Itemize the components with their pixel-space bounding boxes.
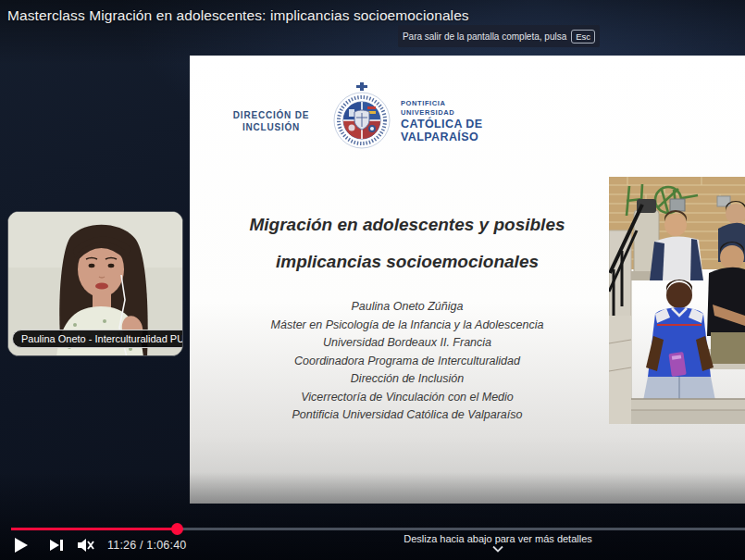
slide-title: Migración en adolescentes y posibles imp… (190, 206, 625, 280)
volume-muted-icon (77, 538, 95, 553)
wordmark-line1: PONTIFICIA (401, 100, 482, 107)
next-button[interactable] (43, 533, 70, 557)
next-icon (50, 540, 63, 551)
play-button[interactable] (0, 533, 43, 557)
slide-credit-line: Coordinadora Programa de Interculturalid… (190, 353, 625, 371)
direccion-inclusion-logo: DIRECCIÓN DE INCLUSIÓN (216, 109, 327, 133)
fullscreen-exit-toast: Para salir de la pantalla completa, puls… (398, 25, 600, 47)
webcam-overlay: Paulina Oneto - Interculturalidad PU... (7, 211, 183, 356)
presentation-slide: DIRECCIÓN DE INCLUSIÓN (190, 56, 745, 504)
slide-photo (609, 177, 745, 424)
slide-credit-line: Dirección de Inclusión (190, 370, 625, 389)
slide-title-line2: implicancias socioemocionales (190, 243, 625, 280)
wordmark-line2: UNIVERSIDAD (401, 109, 482, 117)
toast-text: Para salir de la pantalla completa, puls… (403, 31, 566, 42)
slide-credit-line: Vicerrectoría de Vinculación con el Medi… (190, 389, 625, 407)
pucv-wordmark: PONTIFICIA UNIVERSIDAD CATÓLICA DE VALPA… (401, 100, 482, 144)
video-title[interactable]: Masterclass Migración en adolescentes: i… (7, 7, 469, 24)
scroll-hint-text: Desliza hacia abajo para ver más detalle… (404, 533, 592, 544)
play-icon (15, 538, 28, 553)
slide-credit-line: Paulina Oneto Zúñiga (190, 298, 625, 317)
progress-bar[interactable] (11, 528, 745, 530)
time-display: 11:26 / 1:06:40 (107, 539, 186, 552)
chevron-down-icon[interactable] (492, 545, 503, 553)
esc-key: Esc (571, 30, 595, 44)
slide-title-line1: Migración en adolescentes y posibles (190, 206, 625, 243)
slide-credit-line: Universidad Bordeaux II. Francia (190, 334, 625, 353)
brand-left-line2: INCLUSIÓN (216, 121, 327, 133)
scroll-hint: Desliza hacia abajo para ver más detalle… (359, 533, 637, 553)
slide-credit-line: Máster en Psicología de la Infancia y la… (190, 317, 625, 335)
brand-left-line1: DIRECCIÓN DE (216, 109, 327, 121)
player-controls: 11:26 / 1:06:40 (0, 533, 186, 557)
slide-credits: Paulina Oneto Zúñiga Máster en Psicologí… (190, 298, 625, 425)
mute-button[interactable] (70, 533, 102, 557)
wordmark-line4: VALPARAÍSO (401, 131, 482, 143)
progress-fill (11, 528, 178, 530)
pucv-seal-icon (330, 81, 393, 154)
video-player-fullscreen: Masterclass Migración en adolescentes: i… (0, 0, 745, 560)
webcam-name-tag: Paulina Oneto - Interculturalidad PU... (12, 330, 183, 348)
slide-credit-line: Pontificia Universidad Católica de Valpa… (190, 406, 625, 425)
wordmark-line3: CATÓLICA DE (401, 118, 482, 131)
